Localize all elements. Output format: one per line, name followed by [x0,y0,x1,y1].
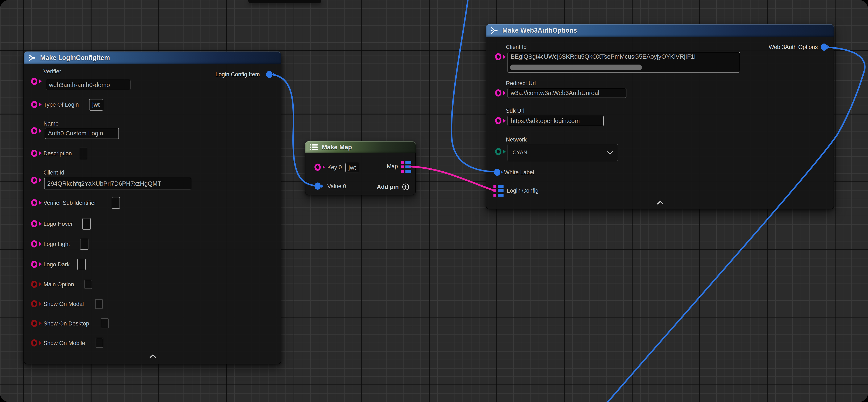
node-title: Make Web3AuthOptions [502,27,577,34]
main-option-checkbox[interactable] [85,280,92,289]
show-on-desktop-checkbox[interactable] [101,318,109,328]
pin-label-show-on-desktop: Show On Desktop [43,320,89,327]
node-header-make-web3auth-options[interactable]: Make Web3AuthOptions [486,24,834,37]
pin-redirect-url[interactable] [495,89,501,96]
redirect-url-input[interactable]: w3a://com.w3a.Web3AuthUnreal [507,88,626,98]
output-pin-label-map: Map [387,163,398,169]
type-of-login-input[interactable]: jwt [89,99,103,111]
pin-label-white-label: White Label [504,169,534,176]
add-pin-label: Add pin [377,183,399,190]
network-dropdown[interactable]: CYAN [507,144,618,161]
make-struct-icon [490,26,499,35]
node-title: Make Map [322,144,352,151]
pin-label-network: Network [506,137,527,143]
pin-main-option[interactable] [31,281,37,288]
pin-show-on-desktop[interactable] [31,320,37,327]
pin-verifier-sub-identifier[interactable] [31,199,37,206]
offscreen-node-bottom-edge [248,0,321,3]
add-pin-icon [402,183,410,191]
collapse-chevron-icon[interactable] [150,354,156,358]
verifier-sub-identifier-input[interactable] [112,197,120,209]
name-input[interactable]: Auth0 Custom Login [45,128,119,139]
node-make-map[interactable]: Make Map Key 0 jwt Map Value 0 Add pin [305,141,416,195]
pin-show-on-mobile[interactable] [31,339,37,346]
add-pin-button[interactable]: Add pin [377,183,410,191]
show-on-mobile-checkbox[interactable] [96,338,103,348]
pin-show-on-modal[interactable] [31,300,37,307]
client-id-input[interactable]: BEglQSgt4cUWcj6SKRdu5QkOXTsePmMcusG5EAoy… [507,52,740,73]
client-id-input[interactable]: 294QRkchfq2YaXUbPri7D6PH7xzHgQMT [44,178,191,190]
verifier-input[interactable]: web3auth-auth0-demo [46,80,130,90]
logo-hover-input[interactable] [82,218,91,230]
pin-logo-light[interactable] [31,240,37,248]
node-header-make-map[interactable]: Make Map [305,141,416,153]
chevron-down-icon [607,151,613,154]
pin-login-config[interactable] [493,185,503,197]
pin-label-logo-dark: Logo Dark [43,261,70,268]
screenshot-frame: Make LoginConfigItem Login Config Item V… [0,0,868,402]
pin-sdk-url[interactable] [495,117,501,124]
sdk-url-input[interactable]: https://sdk.openlogin.com [507,116,604,126]
pin-label-sdk-url: Sdk Url [506,108,525,114]
network-dropdown-value: CYAN [513,149,527,156]
pin-label-name: Name [43,120,59,127]
pin-name[interactable] [31,127,37,134]
pin-key-0[interactable] [314,164,321,171]
pin-logo-hover[interactable] [31,220,37,227]
pin-label-type-of-login: Type Of Login [43,102,79,108]
pin-client-id[interactable] [495,53,501,60]
pin-label-logo-light: Logo Light [43,241,70,247]
pin-description[interactable] [31,150,37,157]
output-pin-label: Login Config Item [215,71,260,78]
pin-label-client-id: Client Id [506,44,527,50]
pin-label-show-on-mobile: Show On Mobile [43,340,85,346]
blueprint-graph-canvas[interactable]: Make LoginConfigItem Login Config Item V… [0,0,868,402]
pin-label-verifier-sub-identifier: Verifier Sub Identifier [43,200,96,206]
pin-label-show-on-modal: Show On Modal [43,301,84,307]
show-on-modal-checkbox[interactable] [95,299,103,309]
make-struct-icon [28,53,37,62]
node-title: Make LoginConfigItem [40,54,110,62]
pin-network[interactable] [495,148,501,155]
node-make-login-config-item[interactable]: Make LoginConfigItem Login Config Item V… [24,52,281,364]
output-pin-label: Web 3Auth Options [769,44,818,50]
node-make-web3auth-options[interactable]: Make Web3AuthOptions Web 3Auth Options C… [486,24,834,209]
pin-label-login-config: Login Config [507,188,538,194]
pin-label-redirect-url: Redirect Url [506,80,536,86]
client-id-scrollbar[interactable] [510,64,642,70]
pin-label-value-0: Value 0 [327,183,346,190]
pin-label-description: Description [43,150,72,156]
make-map-icon [309,144,318,151]
logo-light-input[interactable] [80,239,88,250]
pin-client-id[interactable] [31,177,37,184]
key-0-input[interactable]: jwt [345,163,359,172]
description-input[interactable] [80,148,87,160]
node-header-make-login-config-item[interactable]: Make LoginConfigItem [24,52,281,64]
pin-label-logo-hover: Logo Hover [43,221,73,227]
collapse-chevron-icon[interactable] [657,201,663,205]
logo-dark-input[interactable] [77,259,86,270]
pin-logo-dark[interactable] [31,261,37,268]
pin-label-main-option: Main Option [43,281,74,288]
pin-label-client-id: Client Id [43,169,64,176]
pin-label-key-0: Key 0 [327,164,342,171]
pin-type-of-login[interactable] [31,101,37,108]
pin-verifier[interactable] [31,78,37,85]
pin-label-verifier: Verifier [43,68,61,75]
client-id-text: BEglQSgt4cUWcj6SKRdu5QkOXTsePmMcusG5EAoy… [511,53,695,60]
